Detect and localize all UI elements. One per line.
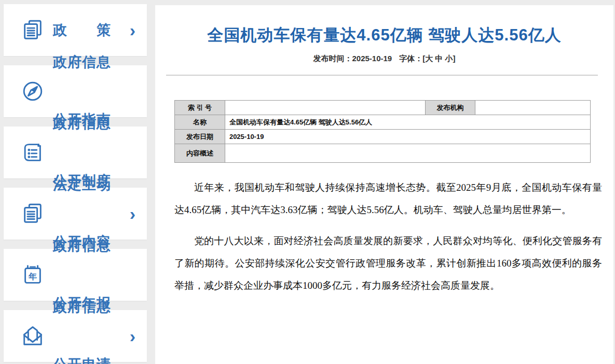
table-row: 索 引 号 发布机构: [175, 101, 591, 115]
table-row: 名称 全国机动车保有量达4.65亿辆 驾驶人达5.56亿人: [175, 115, 591, 130]
publish-date-label: 发布日期: [175, 130, 225, 144]
sidebar: 政 策 › 政府信息 公开指南: [4, 4, 147, 364]
compass-icon: [21, 79, 45, 103]
font-size-small[interactable]: 小: [445, 54, 453, 63]
bracket-close: ]: [453, 54, 456, 63]
documents-icon: [21, 202, 45, 226]
svg-text:年: 年: [28, 272, 37, 281]
index-number-label: 索 引 号: [175, 101, 225, 115]
table-row: 发布日期 2025-10-19: [175, 130, 591, 144]
sidebar-item-label: 政府信息 公开申请: [53, 259, 111, 364]
publish-date-value: 2025-10-19: [225, 130, 590, 144]
issuing-agency-value: [475, 101, 591, 115]
paragraph: 近年来，我国机动车和驾驶人持续保持高速增长态势。截至2025年9月底，全国机动车…: [174, 176, 602, 221]
content-summary-value: [225, 144, 590, 163]
index-number-value: [225, 101, 425, 115]
article-meta: 发布时间：2025-10-19字体：[大 中 小]: [155, 54, 613, 64]
name-label: 名称: [175, 115, 225, 130]
chevron-right-icon: ›: [130, 205, 135, 222]
sidebar-item-disclosure-request[interactable]: 政府信息 公开申请 ›: [4, 310, 147, 362]
font-size-large[interactable]: 大: [425, 54, 433, 63]
publish-time-label: 发布时间：: [313, 54, 352, 63]
name-value: 全国机动车保有量达4.65亿辆 驾驶人达5.56亿人: [225, 115, 590, 130]
chevron-right-icon: ›: [130, 327, 135, 345]
document-info-table: 索 引 号 发布机构 名称 全国机动车保有量达4.65亿辆 驾驶人达5.56亿人…: [174, 100, 591, 163]
issuing-agency-label: 发布机构: [425, 101, 475, 115]
calendar-icon: 年: [21, 263, 45, 287]
page: { "sidebar": { "chevron_glyph": "›", "it…: [0, 0, 615, 364]
article-title: 全国机动车保有量达4.65亿辆 驾驶人达5.56亿人: [155, 24, 613, 46]
content-summary-label: 内容概述: [175, 144, 225, 163]
article-body: 近年来，我国机动车和驾驶人持续保持高速增长态势。截至2025年9月底，全国机动车…: [174, 176, 602, 297]
paragraph: 党的十八大以来，面对经济社会高质量发展的新要求，人民群众对均等化、便利化交管服务…: [174, 230, 602, 297]
ledger-icon: [21, 141, 45, 164]
title-divider: [166, 75, 598, 76]
font-size-label: 字体：: [399, 54, 422, 63]
documents-icon: [21, 18, 45, 42]
chevron-right-icon: ›: [130, 21, 135, 39]
envelope-open-icon: [21, 324, 45, 348]
font-size-medium[interactable]: 中: [435, 54, 443, 63]
table-row: 内容概述: [175, 144, 591, 163]
publish-date: 2025-10-19: [352, 54, 392, 63]
article-panel: 全国机动车保有量达4.65亿辆 驾驶人达5.56亿人 发布时间：2025-10-…: [155, 5, 613, 364]
